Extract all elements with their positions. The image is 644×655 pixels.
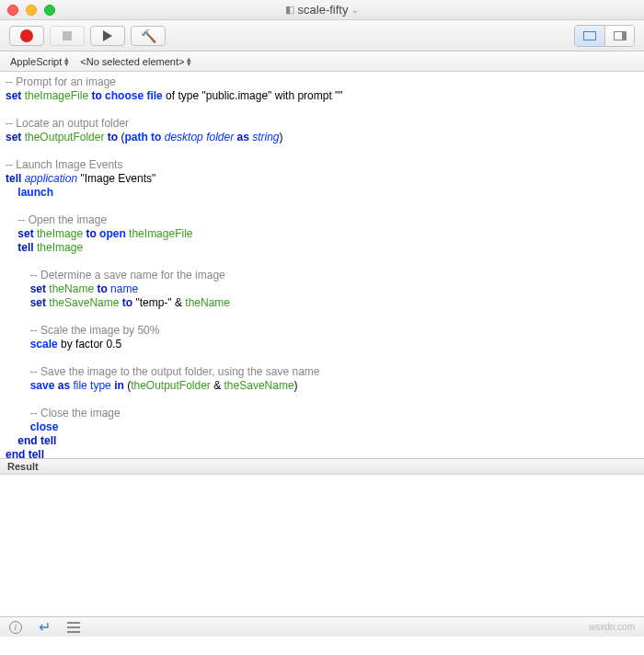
info-icon[interactable]: i bbox=[9, 621, 22, 634]
run-button[interactable] bbox=[90, 26, 125, 46]
close-button[interactable] bbox=[7, 5, 18, 16]
maximize-button[interactable] bbox=[44, 5, 55, 16]
language-dropdown[interactable]: AppleScript ▴▾ bbox=[6, 55, 74, 68]
window-title[interactable]: ◧ scale-fifty ⌄ bbox=[285, 3, 360, 17]
chevron-down-icon: ⌄ bbox=[351, 6, 359, 15]
updown-icon: ▴▾ bbox=[187, 57, 191, 66]
result-label: Result bbox=[7, 461, 39, 472]
minimize-button[interactable] bbox=[26, 5, 37, 16]
result-pane[interactable] bbox=[0, 475, 644, 616]
show-panel-button[interactable] bbox=[575, 26, 604, 46]
show-sidebar-button[interactable] bbox=[604, 26, 634, 46]
element-dropdown[interactable]: <No selected element> ▴▾ bbox=[75, 55, 196, 68]
code-editor[interactable]: -- Prompt for an image set theImageFile … bbox=[0, 72, 644, 458]
hammer-icon: 🔨 bbox=[141, 29, 156, 43]
play-icon bbox=[103, 30, 112, 41]
stop-icon bbox=[63, 31, 72, 40]
stop-button[interactable] bbox=[50, 26, 85, 46]
sidebar-icon bbox=[614, 31, 627, 40]
language-label: AppleScript bbox=[10, 56, 62, 67]
document-icon: ◧ bbox=[285, 4, 294, 16]
statusbar: i ↵ wsxdn.com bbox=[0, 616, 644, 637]
result-header: Result bbox=[0, 458, 644, 475]
record-button[interactable] bbox=[9, 26, 44, 46]
watermark: wsxdn.com bbox=[589, 622, 635, 632]
title-text: scale-fifty bbox=[298, 3, 349, 17]
view-segmented-control bbox=[574, 25, 635, 47]
compile-button[interactable]: 🔨 bbox=[131, 26, 166, 46]
navigation-bar: AppleScript ▴▾ <No selected element> ▴▾ bbox=[0, 52, 644, 72]
panel-icon bbox=[583, 31, 596, 40]
titlebar: ◧ scale-fifty ⌄ bbox=[0, 0, 644, 20]
toolbar: 🔨 bbox=[0, 20, 644, 52]
return-icon[interactable]: ↵ bbox=[39, 618, 51, 636]
record-icon bbox=[20, 29, 33, 42]
updown-icon: ▴▾ bbox=[64, 57, 69, 66]
traffic-lights bbox=[7, 5, 55, 16]
element-label: <No selected element> bbox=[80, 56, 184, 67]
list-icon[interactable] bbox=[67, 622, 80, 633]
